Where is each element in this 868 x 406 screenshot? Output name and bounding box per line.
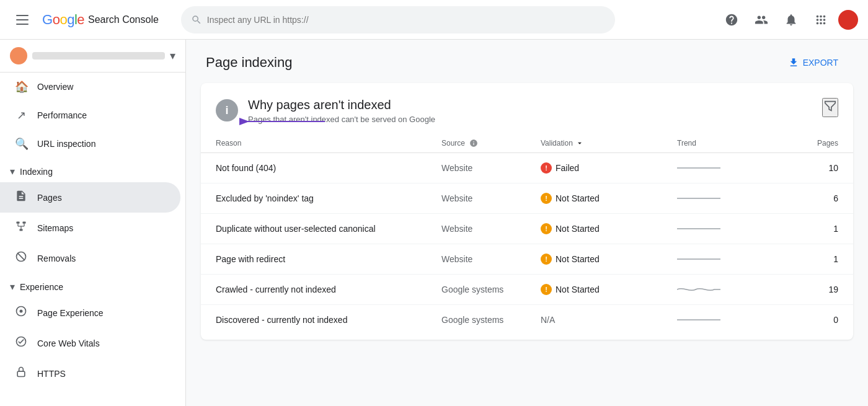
menu-button[interactable] xyxy=(10,7,35,32)
row-trend xyxy=(677,283,789,296)
sitemap-icon xyxy=(15,220,27,236)
trend-line-chart xyxy=(677,314,720,326)
status-failed-icon: ! xyxy=(541,162,552,174)
property-icon xyxy=(10,47,27,64)
grid-icon xyxy=(814,13,828,27)
apps-button[interactable] xyxy=(808,7,833,32)
svg-rect-2 xyxy=(20,229,23,231)
row-validation: ! Not Started xyxy=(541,193,677,204)
row-trend xyxy=(677,253,789,265)
row-trend xyxy=(677,223,789,235)
app-name: Search Console xyxy=(88,14,159,25)
table-row[interactable]: Page with redirect Website ! Not Started… xyxy=(201,244,853,275)
sidebar-item-performance[interactable]: ↗ Performance xyxy=(0,101,180,130)
table-header: Reason Source Validation Trend xyxy=(201,134,853,153)
sidebar-item-core-web-vitals[interactable]: Core Web Vitals xyxy=(0,328,180,358)
search-icon xyxy=(191,14,202,25)
table-row[interactable]: Discovered - currently not indexed Googl… xyxy=(201,305,853,335)
sidebar-item-label: Page Experience xyxy=(37,308,104,318)
filter-button[interactable] xyxy=(822,98,838,117)
trend-icon: ↗ xyxy=(15,108,27,122)
notifications-button[interactable] xyxy=(779,7,804,32)
trend-line-chart xyxy=(677,192,720,205)
card-title-text: Why pages aren't indexed Pages that aren… xyxy=(248,98,435,124)
status-not-started-icon: ! xyxy=(541,193,552,204)
table-row[interactable]: Excluded by 'noindex' tag Website ! Not … xyxy=(201,183,853,214)
property-selector[interactable]: ▾ xyxy=(0,40,185,73)
row-reason: Not found (404) xyxy=(216,163,441,173)
row-source: Website xyxy=(441,193,541,203)
row-trend xyxy=(677,162,789,174)
sidebar-item-label: Sitemaps xyxy=(37,223,73,233)
experience-section-header[interactable]: ▾ Experience xyxy=(0,273,185,298)
col-header-validation[interactable]: Validation xyxy=(541,139,677,148)
removals-icon xyxy=(15,250,27,266)
avatar[interactable] xyxy=(838,10,858,30)
search-bar[interactable] xyxy=(181,6,615,33)
sidebar-item-label: Performance xyxy=(37,110,87,120)
sidebar-item-label: Pages xyxy=(37,193,62,203)
col-header-pages: Pages xyxy=(789,139,838,148)
svg-rect-0 xyxy=(17,222,20,224)
sidebar-item-label: Removals xyxy=(37,254,76,263)
row-validation: ! Not Started xyxy=(541,284,677,295)
row-reason: Page with redirect xyxy=(216,254,441,264)
experience-icon xyxy=(15,305,27,320)
col-header-trend: Trend xyxy=(677,139,789,148)
help-button[interactable] xyxy=(719,7,744,32)
trend-line-chart xyxy=(677,223,720,235)
table-row[interactable]: Duplicate without user-selected canonica… xyxy=(201,214,853,244)
svg-point-10 xyxy=(20,310,23,313)
row-validation: ! Failed xyxy=(541,162,677,174)
home-icon: 🏠 xyxy=(15,80,27,94)
sidebar-item-overview[interactable]: 🏠 Overview xyxy=(0,73,180,101)
row-pages: 1 xyxy=(789,254,838,264)
sidebar-item-https[interactable]: HTTPS xyxy=(0,358,180,389)
person-icon xyxy=(755,13,768,27)
page-title: Page indexing xyxy=(206,55,292,71)
row-source: Google systems xyxy=(441,285,541,294)
sidebar-item-label: Core Web Vitals xyxy=(37,338,100,348)
card-title-row: i Why pages aren't indexed Pages that ar… xyxy=(216,98,838,124)
lock-icon xyxy=(15,366,27,381)
row-source: Google systems xyxy=(441,315,541,325)
sidebar-item-url-inspection[interactable]: 🔍 URL inspection xyxy=(0,130,180,158)
row-validation: ! Not Started xyxy=(541,223,677,234)
sidebar-item-label: HTTPS xyxy=(37,369,66,379)
table-row[interactable]: Crawled - currently not indexed Google s… xyxy=(201,275,853,305)
share-button[interactable] xyxy=(749,7,774,32)
card-header: i Why pages aren't indexed Pages that ar… xyxy=(201,83,853,134)
filter-icon xyxy=(823,99,837,113)
trend-wavy-chart xyxy=(677,283,720,296)
sidebar-item-removals[interactable]: Removals xyxy=(0,243,180,273)
row-trend xyxy=(677,314,789,326)
section-label: Indexing xyxy=(20,167,53,177)
indexing-section-header[interactable]: ▾ Indexing xyxy=(0,158,185,182)
collapse-icon: ▾ xyxy=(10,165,15,177)
row-source: Website xyxy=(441,254,541,264)
sidebar-item-page-experience[interactable]: Page Experience xyxy=(0,298,180,328)
help-icon xyxy=(725,13,738,27)
hamburger-icon xyxy=(11,10,33,30)
row-reason: Duplicate without user-selected canonica… xyxy=(216,224,441,234)
sidebar-item-sitemaps[interactable]: Sitemaps xyxy=(0,213,180,243)
bell-icon xyxy=(784,13,798,27)
pages-icon xyxy=(15,190,27,205)
table-row[interactable]: Not found (404) Website xyxy=(201,153,853,183)
google-wordmark: Google xyxy=(42,12,84,28)
logo[interactable]: Google Search Console xyxy=(42,12,159,28)
svg-rect-12 xyxy=(17,371,25,376)
export-button[interactable]: EXPORT xyxy=(778,52,848,73)
row-validation: N/A xyxy=(541,315,677,325)
sidebar-item-pages[interactable]: Pages xyxy=(0,182,180,213)
row-pages: 0 xyxy=(789,315,838,325)
main-layout: ▾ 🏠 Overview ↗ Performance 🔍 URL inspect… xyxy=(0,40,868,406)
search-input[interactable] xyxy=(207,15,605,25)
row-pages: 10 xyxy=(789,163,838,173)
sidebar: ▾ 🏠 Overview ↗ Performance 🔍 URL inspect… xyxy=(0,40,186,406)
content-header: Page indexing EXPORT xyxy=(186,40,868,83)
vitals-icon xyxy=(15,335,27,351)
row-pages: 19 xyxy=(789,285,838,294)
download-icon xyxy=(788,57,799,68)
svg-line-8 xyxy=(17,253,25,260)
